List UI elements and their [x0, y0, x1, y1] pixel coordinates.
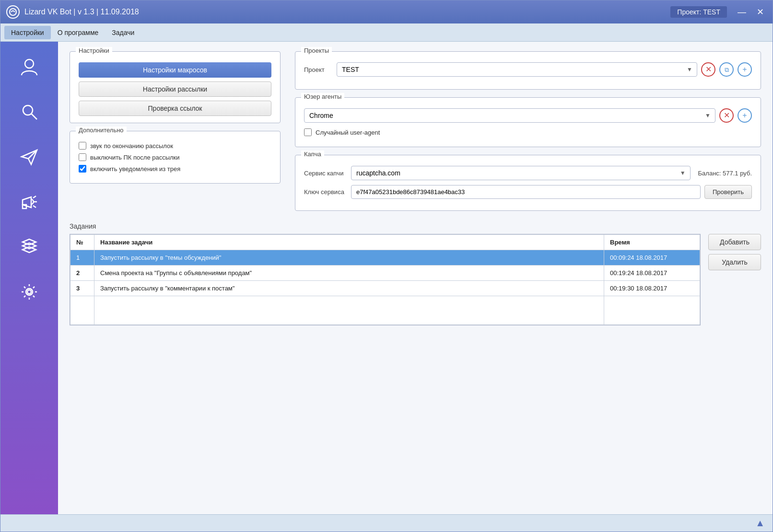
tasks-section: Задания № Название задачи Время — [70, 222, 761, 325]
menu-item-about[interactable]: О программе — [51, 26, 105, 39]
table-header-num: № — [70, 235, 94, 250]
minimize-button[interactable]: — — [735, 7, 749, 17]
project-copy-button[interactable]: ⧉ — [719, 62, 734, 77]
checkbox-sound[interactable]: звук по окончанию рассылок — [79, 142, 271, 150]
tasks-table: № Название задачи Время 1 Запустить расс… — [70, 234, 700, 325]
user-agent-remove-button[interactable]: ✕ — [719, 108, 734, 123]
task-name-2: Смена проекта на "Группы с объявлениями … — [94, 266, 604, 281]
task-num-1: 1 — [70, 250, 94, 266]
close-button[interactable]: ✕ — [754, 7, 767, 17]
task-time-1: 00:09:24 18.08.2017 — [604, 250, 700, 266]
checkbox-sound-input[interactable] — [79, 142, 86, 150]
sidebar-item-search[interactable] — [14, 96, 45, 127]
captcha-group: Капча Сервис капчи rucaptcha.com anti-ca… — [295, 155, 761, 211]
user-agent-add-button[interactable]: + — [738, 108, 752, 123]
window-controls: — ✕ — [735, 7, 767, 17]
sidebar-item-send[interactable] — [14, 141, 45, 172]
settings-row: Настройки Настройки макросов Настройки р… — [70, 51, 761, 211]
menu-item-tasks[interactable]: Задачи — [105, 26, 141, 39]
project-label: Проект — [304, 66, 333, 73]
projects-group-title: Проекты — [301, 47, 332, 54]
checkbox-tray-label: включить уведомления из трея — [90, 165, 180, 173]
task-name-1: Запустить рассылку в "темы обсуждений" — [94, 250, 604, 266]
project-select[interactable]: TEST Project 2 Project 3 — [337, 62, 697, 77]
captcha-service-label: Сервис капчи — [304, 170, 347, 177]
tasks-label: Задания — [70, 222, 761, 230]
table-header-time: Время — [604, 235, 700, 250]
captcha-service-select-wrapper: rucaptcha.com anti-captcha.com 2captcha.… — [351, 166, 691, 180]
project-add-button[interactable]: + — [738, 62, 752, 77]
additional-group-title: Дополнительно — [76, 127, 127, 134]
macro-settings-button[interactable]: Настройки макросов — [79, 62, 271, 78]
captcha-service-select[interactable]: rucaptcha.com anti-captcha.com 2captcha.… — [351, 166, 691, 180]
additional-group: Дополнительно звук по окончанию рассылок… — [70, 131, 281, 184]
random-agent-label: Случайный user-agent — [316, 129, 380, 136]
main-window: Lizard VK Bot | v 1.3 | 11.09.2018 Проек… — [0, 0, 773, 532]
menu-item-settings[interactable]: Настройки — [4, 26, 51, 39]
content-area: Настройки Настройки макросов Настройки р… — [58, 42, 773, 514]
task-time-2: 00:19:24 18.08.2017 — [604, 266, 700, 281]
tasks-table-wrapper: № Название задачи Время 1 Запустить расс… — [70, 234, 701, 325]
app-icon — [6, 5, 20, 19]
svg-line-3 — [31, 114, 37, 119]
checkbox-tray-input[interactable] — [79, 165, 86, 173]
add-task-button[interactable]: Добавить — [708, 234, 761, 250]
checkbox-shutdown[interactable]: выключить ПК после рассылки — [79, 153, 271, 161]
captcha-check-button[interactable]: Проверить — [704, 185, 752, 199]
sidebar-item-announce[interactable] — [14, 186, 45, 217]
table-row[interactable]: 1 Запустить рассылку в "темы обсуждений"… — [70, 250, 700, 266]
sidebar — [0, 42, 58, 514]
settings-group-title: Настройки — [76, 47, 112, 54]
user-agent-select[interactable]: Chrome Firefox Opera Safari — [304, 108, 715, 123]
svg-point-0 — [10, 9, 16, 15]
svg-point-1 — [25, 59, 34, 68]
bottom-bar: ▲ — [0, 514, 773, 532]
tasks-buttons: Добавить Удалить — [708, 234, 761, 325]
table-header-row: № Название задачи Время — [70, 235, 700, 250]
random-agent-input[interactable] — [304, 128, 312, 136]
sidebar-item-profile[interactable] — [14, 51, 45, 82]
captcha-key-input[interactable] — [351, 185, 701, 199]
project-select-wrapper: TEST Project 2 Project 3 ▼ — [337, 62, 697, 77]
title-bar: Lizard VK Bot | v 1.3 | 11.09.2018 Проек… — [0, 0, 773, 23]
checkbox-sound-label: звук по окончанию рассылок — [90, 142, 173, 150]
title-bar-text: Lizard VK Bot | v 1.3 | 11.09.2018 — [24, 8, 670, 16]
task-name-3: Запустить рассылку в "комментарии к пост… — [94, 281, 604, 296]
link-check-button[interactable]: Проверка ссылок — [79, 101, 271, 116]
table-row-empty — [70, 296, 700, 325]
captcha-key-label: Ключ сервиса — [304, 188, 347, 196]
main-layout: Настройки Настройки макросов Настройки р… — [0, 42, 773, 514]
user-agents-group: Юзер агенты Chrome Firefox Opera Safari — [295, 97, 761, 147]
svg-rect-5 — [23, 205, 26, 208]
tasks-layout: № Название задачи Время 1 Запустить расс… — [70, 234, 761, 325]
task-num-2: 2 — [70, 266, 94, 281]
project-badge: Проект: TEST — [670, 6, 727, 18]
checkbox-shutdown-input[interactable] — [79, 153, 86, 161]
task-num-3: 3 — [70, 281, 94, 296]
balance-text: Баланс: 577.1 руб. — [698, 170, 752, 177]
svg-point-10 — [27, 290, 31, 294]
svg-line-8 — [33, 206, 36, 208]
user-agents-group-title: Юзер агенты — [301, 93, 344, 100]
user-agent-select-wrapper: Chrome Firefox Opera Safari ▼ — [304, 108, 715, 123]
captcha-group-title: Капча — [301, 150, 324, 158]
sidebar-item-gear[interactable] — [14, 277, 45, 307]
scroll-up-button[interactable]: ▲ — [755, 518, 765, 529]
svg-line-6 — [33, 196, 36, 198]
menu-bar: Настройки О программе Задачи — [0, 23, 773, 42]
table-row[interactable]: 3 Запустить рассылку в "комментарии к по… — [70, 281, 700, 296]
table-row[interactable]: 2 Смена проекта на "Группы с объявлениям… — [70, 266, 700, 281]
table-header-name: Название задачи — [94, 235, 604, 250]
checkbox-tray[interactable]: включить уведомления из трея — [79, 165, 271, 173]
mailing-settings-button[interactable]: Настройки рассылки — [79, 81, 271, 97]
projects-group: Проекты Проект TEST Project 2 Project 3 … — [295, 51, 761, 90]
random-agent-checkbox[interactable]: Случайный user-agent — [304, 128, 752, 136]
checkbox-shutdown-label: выключить ПК после рассылки — [90, 154, 180, 161]
settings-group: Настройки Настройки макросов Настройки р… — [70, 51, 281, 123]
project-remove-button[interactable]: ✕ — [701, 62, 715, 77]
delete-task-button[interactable]: Удалить — [708, 254, 761, 270]
sidebar-item-layers[interactable] — [14, 231, 45, 262]
task-time-3: 00:19:30 18.08.2017 — [604, 281, 700, 296]
